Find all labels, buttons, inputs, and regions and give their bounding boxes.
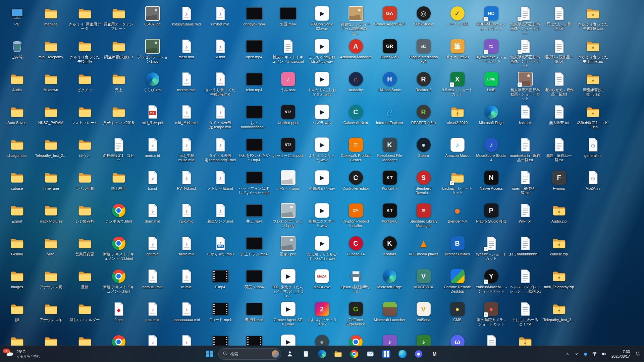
desktop-icon[interactable]: maniuta (34, 4, 68, 37)
desktop-icon[interactable]: ▶001_東北きりたん（ノーマル）_今じゃ… (271, 267, 305, 300)
desktop-icon[interactable]: Export (0, 201, 34, 234)
desktop-icon[interactable]: 65407.jpg (136, 4, 169, 37)
desktop-icon[interactable]: きゅうり食ってた午後3時 .zip (576, 4, 610, 37)
desktop-icon[interactable]: 無題.mp4 (271, 4, 305, 37)
desktop-icon[interactable]: 死にたい_ゅ歌詞.txt (542, 4, 576, 37)
desktop-icon[interactable]: F.mp4 (203, 267, 237, 300)
desktop-icon[interactable]: 新規 テキストドキュメント.musicxml (271, 37, 305, 70)
desktop-icon[interactable]: きゅうり食ってた午後三時.zip (576, 37, 610, 70)
desktop-icon[interactable]: ゆうと (68, 135, 102, 168)
desktop-icon[interactable]: teion.mp4 (237, 70, 271, 103)
desktop-icon[interactable]: Images (0, 267, 34, 300)
desktop-icon[interactable]: ▶Groove Agent SE 01.wav (271, 300, 305, 333)
desktop-icon[interactable] (102, 333, 136, 346)
desktop-icon[interactable]: ⚙MoZA.ini (576, 168, 610, 201)
desktop-icon[interactable]: Microsoft Edge (373, 267, 407, 300)
desktop-icon[interactable]: open.mp4 (237, 37, 271, 70)
desktop-icon[interactable]: ♪MuseScore Studio 4 (474, 135, 508, 168)
search-box[interactable]: 検索 (218, 348, 281, 360)
desktop-icon[interactable]: Y↗YukkunMovieM… - ショートカット (474, 267, 508, 300)
desktop-icon[interactable]: VVOICEVOX (407, 267, 440, 300)
desktop-icon[interactable]: ω (440, 333, 474, 346)
desktop-icon[interactable]: ♪kotusytuaaus.mid (169, 4, 203, 37)
desktop-icon[interactable]: AActivation Manager (339, 37, 373, 70)
desktop-icon[interactable]: Microsoft Edge (474, 103, 508, 135)
desktop-icon[interactable] (68, 333, 102, 346)
desktop-icon[interactable] (34, 333, 68, 346)
desktop-icon[interactable]: ♪Amazon Music (440, 135, 474, 168)
desktop-icon[interactable]: MoZAMoZA.exe (305, 267, 339, 300)
desktop-icon[interactable]: manisekarin - 親作品一覧.txt (508, 135, 542, 168)
desktop-icon[interactable]: ↗backup - ショートカット (440, 168, 474, 201)
desktop-icon[interactable]: プレゼンテーション1.jpg (136, 37, 169, 70)
desktop-icon[interactable]: NKSC_PARAM (34, 103, 68, 135)
desktop-icon[interactable]: KTKontakt 7 (373, 168, 407, 201)
desktop-icon[interactable]: HHALion Sonic (373, 70, 407, 103)
microsoft-365-button[interactable] (379, 347, 394, 361)
desktop-icon[interactable]: レジ袋有料 (68, 201, 102, 234)
mail-app-button[interactable] (363, 347, 378, 361)
desktop-icon[interactable]: ♪aorin.mid (136, 135, 169, 168)
desktop-icon[interactable]: 井上.mp4 (237, 201, 271, 234)
desktop-icon[interactable]: ♪uaaaaaaaaa.mid (169, 300, 203, 333)
desktop-icon[interactable]: きゅうり_調査用データ (68, 4, 102, 37)
desktop-icon[interactable]: 売上 (102, 70, 136, 103)
edge-browser-button[interactable] (315, 347, 329, 361)
desktop-icon[interactable]: KKeepforest File Manager (373, 135, 407, 168)
desktop-icon[interactable]: 新規 テキストドキュメント.html (102, 267, 136, 300)
desktop-icon[interactable]: Minecraft Launcher (373, 300, 407, 333)
desktop-icon[interactable]: ohhayo-.mp4 (237, 4, 271, 37)
desktop-icon[interactable]: 新しいフォルダー (68, 300, 102, 333)
desktop-icon[interactable]: BBrother Utilities (440, 234, 474, 267)
desktop-icon[interactable]: midi_Telepathy (34, 37, 68, 70)
desktop-icon[interactable]: ♪ (169, 333, 203, 346)
desktop-icon[interactable]: Audio (0, 70, 34, 103)
desktop-icon[interactable]: フォトフレーム (68, 103, 102, 135)
desktop-icon[interactable]: ●↗家の防犯カメラ - ショートカット (474, 300, 508, 333)
desktop-icon[interactable] (203, 333, 237, 346)
search-highlight-icon[interactable] (272, 350, 279, 358)
desktop-icon[interactable]: HD↗HDDFMT.exe - ショートカット (474, 4, 508, 37)
desktop-icon[interactable]: ●Steam (407, 135, 440, 168)
desktop-icon[interactable]: ♪dram.mid (136, 201, 169, 234)
desktop-icon[interactable]: Audio.zip (542, 201, 576, 234)
desktop-icon[interactable]: 新規 テキストドキュメント (2).html (102, 234, 136, 267)
desktop-icon[interactable]: ↗無人販売不正行為 画像 - ショートカッ… (508, 4, 542, 37)
desktop-icon[interactable]: yuto (34, 234, 68, 267)
desktop-icon[interactable]: RReaktor 6 (407, 70, 440, 103)
desktop-icon[interactable]: ▶こっちゃhdすおfdsbふぁ.wav (305, 37, 339, 70)
desktop-icon[interactable]: airset2-2019 (440, 103, 474, 135)
figure-app-button[interactable] (282, 347, 297, 361)
desktop-icon[interactable]: ∩Audacity (339, 70, 373, 103)
desktop-icon[interactable]: WIFI.txt (508, 201, 542, 234)
desktop-icon[interactable]: X↗9.5.xlsx - ショートカット (440, 70, 474, 103)
desktop-icon[interactable]: ♪hamusu.mid (136, 267, 169, 300)
desktop-icon[interactable]: おっhhhhhhhhhhh… (237, 103, 271, 135)
start-button[interactable] (202, 347, 217, 361)
desktop-icon[interactable]: ♪タイトル未設定.tempo.orig1.mid (203, 135, 237, 168)
desktop-icon[interactable]: Telepathy_Inst_2… (542, 300, 576, 333)
desktop-icon[interactable]: open - 親作品一覧.txt (508, 168, 542, 201)
desktop-icon[interactable]: KTKontakt 8 (373, 201, 407, 234)
desktop-icon[interactable]: VVoiSona (407, 300, 440, 333)
desktop-icon[interactable]: ラベル印刷 (68, 168, 102, 201)
desktop-icon[interactable] (237, 333, 271, 346)
desktop-icon[interactable]: 路上駐車 (102, 168, 136, 201)
desktop-icon[interactable]: ♪jusu.mid (136, 300, 169, 333)
desktop-icon[interactable]: 名称未設定1 - コピー (102, 135, 136, 168)
desktop-icon[interactable]: GAGroove Agent SE 5 (373, 4, 407, 37)
desktop-icon[interactable]: 営業日変更 (68, 234, 102, 267)
weather-widget[interactable]: 1 28°C くもり時々晴れ (1, 347, 44, 361)
desktop-icon[interactable]: PDFmid_学校.pdf (136, 103, 169, 135)
desktop-icon[interactable]: ♪mid_学校 muse.mid (169, 135, 203, 168)
desktop-icon[interactable]: GRGuitar Rig 7 (373, 37, 407, 70)
desktop-icon[interactable]: cubase (0, 168, 34, 201)
desktop-icon[interactable]: アナウンス冬 (34, 300, 68, 333)
desktop-icon[interactable]: まにこにわーるど！.txt (508, 300, 542, 333)
desktop-icon[interactable]: Epson 接続診断ツール (339, 267, 373, 300)
desktop-icon[interactable]: 無題 - 親作品一覧.txt (542, 135, 576, 168)
desktop-icon[interactable]: ↗無人販売不正行為 動画 - ショートカット (508, 70, 542, 103)
desktop-icon[interactable]: ↗無人販売不正行為 画像 - ショートカット (508, 37, 542, 70)
desktop-icon[interactable]: ▶新規エクスポート.wav (305, 201, 339, 234)
desktop-icon[interactable]: RREAPER (x64) (407, 103, 440, 135)
